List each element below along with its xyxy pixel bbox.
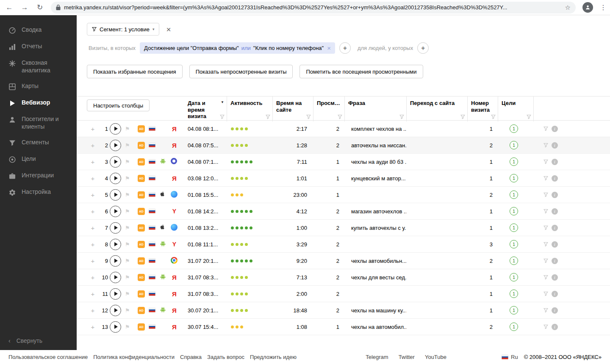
sidebar-item-integrations[interactable]: Интеграции	[0, 168, 77, 184]
language-switcher[interactable]: Ru	[502, 354, 518, 360]
segment-chip[interactable]: Сегмент: 1 условие ▾	[87, 23, 159, 36]
row-filter-funnel-icon[interactable]	[543, 192, 548, 197]
row-info-icon[interactable]: i	[552, 208, 558, 215]
table-row[interactable]: + 8 ⚑ AD Y 01.08 11:1... 3:29 2 3 1 i	[77, 236, 610, 253]
play-visit-button[interactable]	[110, 239, 121, 250]
column-filter-icon[interactable]	[460, 114, 465, 119]
play-visit-button[interactable]	[110, 321, 121, 333]
collapse-sidebar-button[interactable]: ‹ Свернуть	[8, 337, 42, 344]
add-visit-condition-button[interactable]: +	[339, 42, 351, 54]
table-row[interactable]: + 1 ⚑ AD Я 04.08 08:1... 2:17 2 комплект…	[77, 121, 610, 137]
play-visit-button[interactable]	[110, 255, 121, 267]
flag-icon[interactable]: ⚑	[125, 142, 130, 149]
row-filter-funnel-icon[interactable]	[543, 176, 548, 181]
add-to-favorites-icon[interactable]: +	[87, 175, 99, 182]
sidebar-item-visitors[interactable]: Посетители и клиенты	[0, 111, 77, 135]
show-favorites-button[interactable]: Показать избранные посещения	[87, 65, 183, 78]
add-to-favorites-icon[interactable]: +	[87, 274, 99, 281]
sidebar-item-segments[interactable]: Сегменты	[0, 135, 77, 151]
row-filter-funnel-icon[interactable]	[543, 143, 548, 148]
add-to-favorites-icon[interactable]: +	[87, 208, 99, 215]
add-to-favorites-icon[interactable]: +	[87, 125, 99, 132]
flag-icon[interactable]: ⚑	[125, 324, 130, 330]
column-filter-icon[interactable]	[220, 114, 225, 119]
goal-condition-chip[interactable]: Достижение цели "Отправка формы" или "Кл…	[140, 42, 335, 54]
column-filter-icon[interactable]	[306, 114, 311, 119]
flag-icon[interactable]: ⚑	[125, 208, 130, 215]
add-people-condition-button[interactable]: +	[417, 42, 429, 54]
add-to-favorites-icon[interactable]: +	[87, 158, 99, 165]
remove-condition-icon[interactable]: ×	[326, 44, 331, 52]
footer-link[interactable]: Справка	[180, 354, 202, 360]
play-visit-button[interactable]	[110, 288, 121, 300]
play-visit-button[interactable]	[110, 156, 121, 168]
column-header-goals[interactable]: Цели	[498, 97, 533, 121]
row-info-icon[interactable]: i	[552, 192, 558, 198]
column-header-referrer[interactable]: Переход с сайта	[406, 97, 467, 121]
browser-menu-icon[interactable]: ⋮	[600, 3, 605, 11]
footer-link[interactable]: Пользовательское соглашение	[8, 354, 88, 360]
column-header-date[interactable]: Дата и время визита ▼	[184, 97, 227, 121]
sidebar-item-goals[interactable]: Цели	[0, 151, 77, 168]
play-visit-button[interactable]	[110, 222, 121, 234]
row-filter-funnel-icon[interactable]	[543, 209, 548, 214]
sidebar-item-analytics[interactable]: Сквозная аналитика	[0, 55, 77, 78]
footer-social-link[interactable]: YouTube	[425, 354, 446, 360]
play-visit-button[interactable]	[110, 189, 121, 201]
flag-icon[interactable]: ⚑	[125, 159, 130, 165]
table-row[interactable]: + 3 ⚑ AD 04.08 07:1... 7:11 1 чехлы на а…	[77, 154, 610, 170]
footer-link[interactable]: Предложить идею	[250, 354, 297, 360]
column-filter-icon[interactable]	[399, 114, 404, 119]
show-unviewed-button[interactable]: Показать непросмотренные визиты	[189, 65, 293, 78]
table-row[interactable]: + 13 ⚑ AD Я 30.07 15:4... 1:08 1 чехлы н…	[77, 319, 610, 335]
flag-icon[interactable]: ⚑	[125, 307, 130, 314]
sidebar-item-settings[interactable]: Настройка	[0, 184, 77, 201]
flag-icon[interactable]: ⚑	[125, 258, 130, 264]
row-info-icon[interactable]: i	[552, 225, 558, 231]
reload-button[interactable]: ↻	[36, 3, 44, 12]
flag-icon[interactable]: ⚑	[125, 291, 130, 297]
table-row[interactable]: + 10 ⚑ AD Я 31.07 08:3... 7:13 2 чехлы д…	[77, 269, 610, 286]
row-filter-funnel-icon[interactable]	[543, 308, 548, 313]
footer-social-link[interactable]: Telegram	[366, 354, 388, 360]
add-to-favorites-icon[interactable]: +	[87, 241, 99, 248]
add-to-favorites-icon[interactable]: +	[87, 257, 99, 265]
add-to-favorites-icon[interactable]: +	[87, 142, 99, 149]
row-filter-funnel-icon[interactable]	[543, 126, 548, 131]
table-row[interactable]: + 11 ⚑ AD Я 31.07 08:3... 2:00 2 1 1 i	[77, 286, 610, 302]
row-filter-funnel-icon[interactable]	[543, 258, 548, 263]
add-to-favorites-icon[interactable]: +	[87, 290, 99, 298]
play-visit-button[interactable]	[110, 123, 121, 135]
flag-icon[interactable]: ⚑	[125, 225, 130, 231]
row-filter-funnel-icon[interactable]	[543, 324, 548, 329]
column-filter-icon[interactable]	[527, 114, 531, 119]
sidebar-item-webvisor[interactable]: Вебвизор	[0, 95, 77, 111]
mark-all-viewed-button[interactable]: Пометить все посещения просмотренными	[299, 65, 423, 78]
column-filter-icon[interactable]	[491, 114, 496, 119]
flag-icon[interactable]: ⚑	[125, 274, 130, 281]
configure-columns-button[interactable]: Настроить столбцы	[87, 99, 150, 111]
sidebar-item-maps[interactable]: Карты	[0, 78, 77, 95]
play-visit-button[interactable]	[110, 206, 121, 217]
row-info-icon[interactable]: i	[552, 241, 558, 248]
play-visit-button[interactable]	[110, 272, 121, 283]
back-button[interactable]: ←	[5, 3, 14, 12]
column-filter-icon[interactable]	[266, 114, 270, 119]
flag-icon[interactable]: ⚑	[125, 126, 130, 132]
table-row[interactable]: + 12 ⚑ AD Я 30.07 20:1... 18:48 2 чехлы …	[77, 302, 610, 319]
url-text[interactable]: metrika.yandex.ru/stat/visor?period=week…	[64, 4, 562, 11]
column-header-visit-number[interactable]: Номер визита	[467, 97, 498, 121]
column-header-activity[interactable]: Активность	[227, 97, 272, 121]
row-info-icon[interactable]: i	[552, 307, 558, 314]
row-filter-funnel-icon[interactable]	[543, 242, 548, 247]
row-info-icon[interactable]: i	[552, 324, 558, 330]
sidebar-item-reports[interactable]: Отчеты	[0, 39, 77, 55]
play-visit-button[interactable]	[110, 140, 121, 151]
row-info-icon[interactable]: i	[552, 291, 558, 297]
add-to-favorites-icon[interactable]: +	[87, 224, 99, 232]
row-info-icon[interactable]: i	[552, 142, 558, 149]
table-row[interactable]: + 5 ⚑ AD 01.08 15:5... 23:00 1 2 1 i	[77, 187, 610, 203]
address-bar[interactable]: metrika.yandex.ru/stat/visor?period=week…	[51, 2, 576, 14]
add-to-favorites-icon[interactable]: +	[87, 191, 99, 199]
row-filter-funnel-icon[interactable]	[543, 159, 548, 164]
